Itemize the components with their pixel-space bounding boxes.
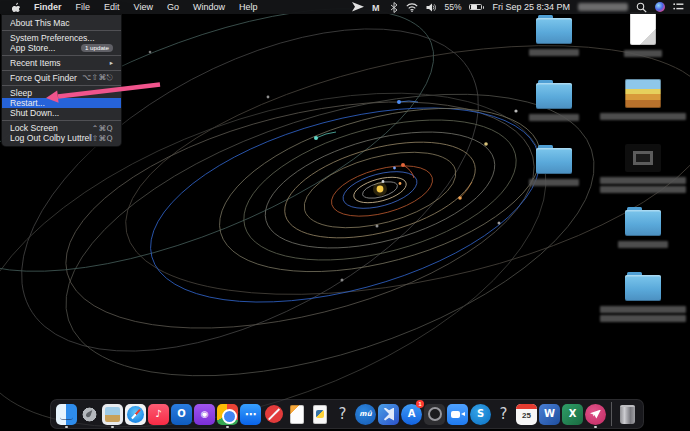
zoom-icon: [447, 404, 468, 425]
blurred-text-bar: [529, 114, 579, 121]
blurred-text-bar: [624, 50, 662, 57]
python-file-icon: [309, 404, 330, 425]
podcasts-dock-icon[interactable]: ◉: [193, 400, 216, 428]
search-icon[interactable]: [636, 2, 647, 13]
menu-view[interactable]: View: [127, 2, 160, 12]
dial-app-icon: [424, 404, 445, 425]
menu-item-label: Log Out Colby Luttrell...: [10, 133, 92, 143]
notification-badge: 1: [416, 400, 424, 408]
dial-app-dock-icon[interactable]: [423, 400, 446, 428]
menu-item-shut-down[interactable]: Shut Down...: [2, 108, 121, 118]
calendar-dock-icon[interactable]: 25: [515, 400, 538, 428]
volume-icon[interactable]: [426, 3, 436, 12]
menu-item-log-out-colby-luttrell[interactable]: Log Out Colby Luttrell...⇧⌘Q: [2, 133, 121, 143]
messages-glyph: ⋯: [245, 409, 256, 420]
send-app-dock-icon[interactable]: [584, 400, 607, 428]
podcasts-glyph: ◉: [201, 410, 209, 419]
menu-separator: [2, 70, 121, 71]
outlook-icon: O: [171, 404, 192, 425]
messages-icon: ⋯: [240, 404, 261, 425]
missing-app-1-dock-icon[interactable]: ?: [331, 400, 354, 428]
missing-app-2-dock-icon[interactable]: ?: [492, 400, 515, 428]
folder-icon: [536, 148, 572, 174]
menu-item-app-store[interactable]: App Store...1 update: [2, 43, 121, 53]
menu-finder[interactable]: Finder: [27, 2, 69, 12]
battery-percent: 55%: [444, 2, 461, 12]
menu-separator: [2, 120, 121, 121]
submenu-arrow-icon: ▸: [110, 59, 113, 67]
app-store-dock-icon[interactable]: 1A: [400, 400, 423, 428]
menu-item-system-preferences[interactable]: System Preferences...: [2, 33, 121, 43]
blocked-app-dock-icon[interactable]: [262, 400, 285, 428]
battery-icon[interactable]: [469, 4, 484, 11]
menu-shortcut: ⌃⌘Q: [92, 124, 113, 133]
menu-item-lock-screen[interactable]: Lock Screen⌃⌘Q: [2, 123, 121, 133]
code-app-icon: [378, 404, 399, 425]
word-dock-icon[interactable]: W: [538, 400, 561, 428]
send-app-icon: [585, 404, 606, 425]
menu-item-restart[interactable]: Restart...: [2, 98, 121, 108]
excel-dock-icon[interactable]: X: [561, 400, 584, 428]
document-app-dock-icon[interactable]: [285, 400, 308, 428]
musescore-dock-icon[interactable]: mû: [354, 400, 377, 428]
menu-edit[interactable]: Edit: [97, 2, 127, 12]
menu-bar-clock[interactable]: Fri Sep 25 8:34 PM: [492, 2, 570, 12]
siri-icon[interactable]: [655, 2, 665, 12]
dark-icon: [625, 144, 661, 172]
menu-item-force-quit-finder[interactable]: Force Quit Finder⌥⇧⌘⎋: [2, 73, 121, 83]
desktop-icon-folder[interactable]: [524, 145, 584, 210]
m-app-icon[interactable]: M: [372, 2, 382, 12]
apple-dropdown-menu: About This MacSystem Preferences...App S…: [1, 14, 122, 147]
update-badge: 1 update: [81, 44, 113, 52]
outlook-glyph: O: [177, 409, 186, 419]
menu-item-about-this-mac[interactable]: About This Mac: [2, 18, 121, 28]
launchpad-icon: [79, 404, 100, 425]
desktop-icon-folder[interactable]: [524, 80, 584, 145]
menu-shortcut: ⌥⇧⌘⎋: [82, 73, 113, 83]
outlook-dock-icon[interactable]: O: [170, 400, 193, 428]
chrome-dock-icon[interactable]: [216, 400, 239, 428]
icon-label-blurred: [529, 49, 579, 56]
icon-label-blurred: [600, 177, 686, 193]
code-app-dock-icon[interactable]: [377, 400, 400, 428]
desktop: FinderFileEditViewGoWindowHelp M 55% Fri…: [0, 0, 690, 431]
preview-dock-icon[interactable]: [101, 400, 124, 428]
desktop-icon-dark[interactable]: [610, 142, 676, 207]
notification-center-icon[interactable]: [673, 2, 684, 12]
menu-item-recent-items[interactable]: Recent Items▸: [2, 58, 121, 68]
bluetooth-icon[interactable]: [390, 2, 398, 13]
apple-menu-button[interactable]: [6, 2, 27, 13]
safari-dock-icon[interactable]: [124, 400, 147, 428]
skype-dock-icon[interactable]: S: [469, 400, 492, 428]
music-dock-icon[interactable]: ♪: [147, 400, 170, 428]
menu-item-sleep[interactable]: Sleep: [2, 88, 121, 98]
messages-dock-icon[interactable]: ⋯: [239, 400, 262, 428]
chrome-icon: [217, 404, 238, 425]
python-file-dock-icon[interactable]: [308, 400, 331, 428]
menu-shortcut: ⇧⌘Q: [92, 134, 113, 143]
launchpad-dock-icon[interactable]: [78, 400, 101, 428]
apple-icon: [12, 2, 21, 13]
trash-dock-icon[interactable]: [616, 400, 639, 428]
icon-label-blurred: [618, 241, 668, 248]
menu-help[interactable]: Help: [232, 2, 265, 12]
missing-app-2-icon: ?: [493, 404, 514, 425]
blurred-text-bar: [600, 315, 686, 322]
username-blurred[interactable]: [578, 3, 628, 11]
menu-window[interactable]: Window: [186, 2, 232, 12]
desktop-icon-folder[interactable]: [524, 15, 584, 80]
send-icon[interactable]: [352, 2, 364, 12]
menu-go[interactable]: Go: [160, 2, 186, 12]
desktop-icon-document[interactable]: [610, 12, 676, 77]
finder-dock-icon[interactable]: [55, 400, 78, 428]
desktop-icon-folder[interactable]: [610, 272, 676, 337]
dock: ♪O◉⋯?mû1AS?25WX: [50, 399, 644, 429]
folder-icon: [625, 275, 661, 301]
menu-file[interactable]: File: [69, 2, 98, 12]
music-glyph: ♪: [155, 409, 161, 419]
desktop-icon-image[interactable]: [610, 77, 676, 142]
finder-icon: [56, 404, 77, 425]
desktop-icon-folder[interactable]: [610, 207, 676, 272]
wifi-icon[interactable]: [406, 3, 418, 12]
zoom-dock-icon[interactable]: [446, 400, 469, 428]
